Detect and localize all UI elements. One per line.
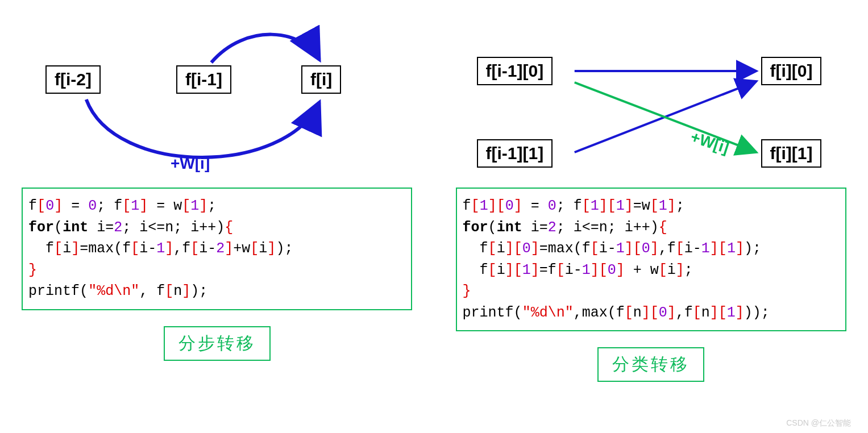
node-r-a: f[i-1][0] xyxy=(477,57,553,85)
edge-b-to-c xyxy=(211,35,319,63)
left-diagram: f[i-2] f[i-1] f[i] +W[i] xyxy=(11,11,423,182)
left-label: 分步转移 xyxy=(164,326,271,361)
left-column: f[i-2] f[i-1] f[i] +W[i] f[0] = 0; f[1] … xyxy=(11,11,423,382)
node-f-i-1: f[i-1] xyxy=(176,65,231,94)
left-edges-svg xyxy=(11,11,423,182)
node-r-c: f[i][0] xyxy=(761,57,822,85)
node-f-i: f[i] xyxy=(301,65,341,94)
main-container: f[i-2] f[i-1] f[i] +W[i] f[0] = 0; f[1] … xyxy=(11,11,857,382)
left-code-box: f[0] = 0; f[1] = w[1]; for(int i=2; i<=n… xyxy=(22,188,412,310)
right-edge-label: +W[i] xyxy=(688,128,731,157)
right-diagram: f[i-1][0] f[i-1][1] f[i][0] f[i][1] +W[i… xyxy=(446,11,857,182)
right-code-box: f[1][0] = 0; f[1][1]=w[1]; for(int i=2; … xyxy=(456,188,846,331)
node-r-b: f[i-1][1] xyxy=(477,139,553,168)
edge-a-to-c xyxy=(86,99,319,157)
right-label: 分类转移 xyxy=(597,347,704,382)
node-r-d: f[i][1] xyxy=(761,139,822,168)
left-edge-label: +W[i] xyxy=(171,155,210,173)
node-f-i-2: f[i-2] xyxy=(45,65,101,94)
right-column: f[i-1][0] f[i-1][1] f[i][0] f[i][1] +W[i… xyxy=(446,11,857,382)
